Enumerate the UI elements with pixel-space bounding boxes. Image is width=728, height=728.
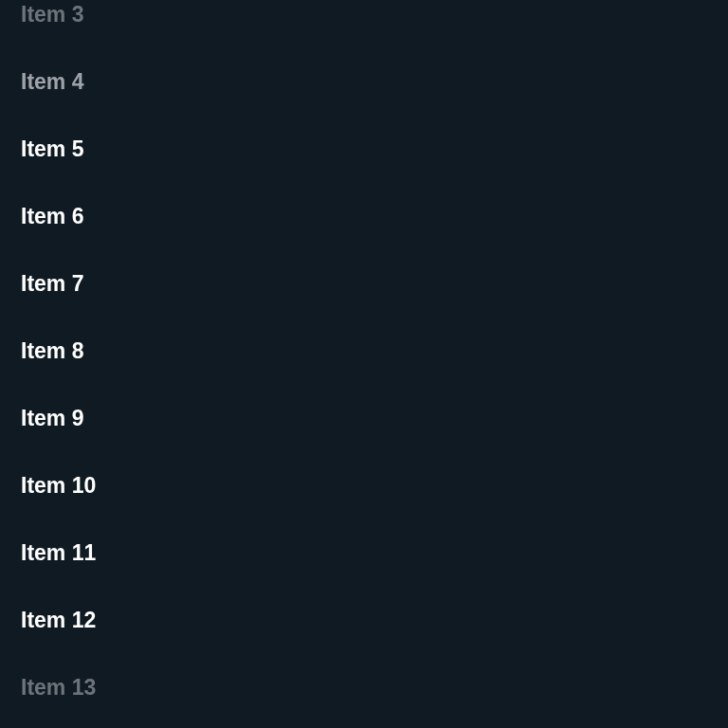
list-item[interactable]: Item 12 bbox=[21, 610, 728, 631]
list-container: Item 3 Item 4 Item 5 Item 6 Item 7 Item … bbox=[0, 4, 728, 699]
list-item[interactable]: Item 5 bbox=[21, 138, 728, 160]
list-item[interactable]: Item 4 bbox=[21, 71, 728, 93]
list-item[interactable]: Item 9 bbox=[21, 408, 728, 429]
list-item[interactable]: Item 10 bbox=[21, 475, 728, 497]
list-item[interactable]: Item 8 bbox=[21, 340, 728, 362]
list-item[interactable]: Item 11 bbox=[21, 542, 728, 564]
list-item[interactable]: Item 6 bbox=[21, 206, 728, 228]
list-item[interactable]: Item 7 bbox=[21, 273, 728, 295]
list-item[interactable]: Item 13 bbox=[21, 677, 728, 699]
list-item[interactable]: Item 3 bbox=[21, 4, 728, 26]
